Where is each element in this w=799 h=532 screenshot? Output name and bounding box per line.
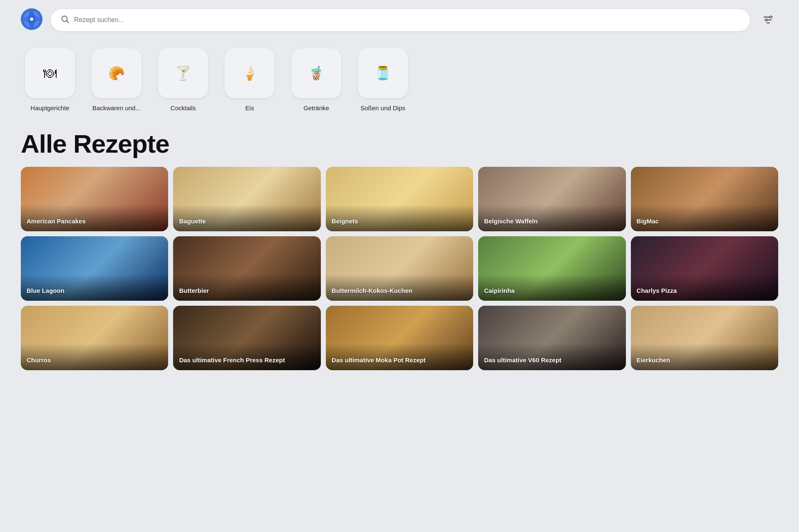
category-item-backwaren[interactable]: 🥐 Backwaren und... [92,48,141,112]
recipe-card-belgische-waffeln[interactable]: Belgische Waffeln [478,167,625,231]
recipe-card-title-butterbier: Butterbier [179,287,315,295]
category-label-cocktails: Cocktails [171,104,196,112]
recipe-card-overlay: American Pancakes [21,205,168,231]
search-bar [51,9,750,31]
section-title: Alle Rezepte [0,116,799,167]
recipe-card-das-ultimative-v60-rezept[interactable]: Das ultimative V60 Rezept [478,306,625,370]
recipe-card-overlay: Churros [21,344,168,370]
recipe-card-buttermilch-kokos-kuchen[interactable]: Buttermilch-Kokos-Kuchen [326,236,473,301]
recipe-card-overlay: Belgische Waffeln [478,205,625,231]
category-label-sossen: Soßen und Dips [360,104,405,112]
recipe-card-das-ultimative-french-press-rezept[interactable]: Das ultimative French Press Rezept [173,306,320,370]
recipe-card-butterbier[interactable]: Butterbier [173,236,320,301]
svg-line-6 [67,21,69,23]
recipe-card-baguette[interactable]: Baguette [173,167,320,231]
categories-row: 🍽 Hauptgerichte 🥐 Backwaren und... 🍸 Coc… [0,40,799,116]
recipe-card-title-beignets: Beignets [332,217,467,225]
category-item-cocktails[interactable]: 🍸 Cocktails [158,48,208,112]
recipe-card-title-das-ultimative-french-press-rezept: Das ultimative French Press Rezept [179,356,315,364]
app-logo[interactable] [21,8,42,32]
header [0,0,799,40]
recipe-card-title-bigmac: BigMac [637,217,772,225]
category-icon-eis: 🍦 [225,48,275,98]
recipe-card-title-belgische-waffeln: Belgische Waffeln [484,217,620,225]
recipe-card-overlay: Das ultimative V60 Rezept [478,344,625,370]
recipe-card-title-das-ultimative-v60-rezept: Das ultimative V60 Rezept [484,356,620,364]
recipe-card-overlay: Caipirinha [478,274,625,301]
category-item-getraenke[interactable]: 🧋 Getränke [291,48,341,112]
category-label-hauptgerichte: Hauptgerichte [30,104,69,112]
search-icon [61,15,69,25]
category-label-eis: Eis [246,104,254,112]
recipe-card-title-caipirinha: Caipirinha [484,287,620,295]
category-icon-backwaren: 🥐 [92,48,141,98]
recipe-card-overlay: Beignets [326,205,473,231]
category-icon-sossen: 🫙 [358,48,408,98]
category-icon-cocktails: 🍸 [158,48,208,98]
category-item-sossen[interactable]: 🫙 Soßen und Dips [358,48,408,112]
recipe-card-churros[interactable]: Churros [21,306,168,370]
recipe-card-beignets[interactable]: Beignets [326,167,473,231]
recipe-card-overlay: Buttermilch-Kokos-Kuchen [326,274,473,301]
recipe-card-title-eierkuchen: Eierkuchen [637,356,772,364]
category-label-backwaren: Backwaren und... [92,104,141,112]
recipe-card-american-pancakes[interactable]: American Pancakes [21,167,168,231]
recipe-card-caipirinha[interactable]: Caipirinha [478,236,625,301]
category-icon-hauptgerichte: 🍽 [25,48,75,98]
category-label-getraenke: Getränke [303,104,329,112]
svg-point-4 [30,17,33,21]
recipe-card-das-ultimative-moka-pot-rezept[interactable]: Das ultimative Moka Pot Rezept [326,306,473,370]
recipe-grid: American Pancakes Baguette Beignets Belg… [0,167,799,391]
recipe-card-eierkuchen[interactable]: Eierkuchen [631,306,778,370]
recipe-card-charlys-pizza[interactable]: Charlys Pizza [631,236,778,301]
recipe-card-overlay: BigMac [631,205,778,231]
recipe-card-title-american-pancakes: American Pancakes [27,217,162,225]
recipe-card-overlay: Charlys Pizza [631,274,778,301]
category-item-hauptgerichte[interactable]: 🍽 Hauptgerichte [25,48,75,112]
recipe-card-overlay: Butterbier [173,274,320,301]
filter-button[interactable] [758,10,778,30]
recipe-card-title-baguette: Baguette [179,217,315,225]
recipe-card-bigmac[interactable]: BigMac [631,167,778,231]
recipe-card-title-churros: Churros [27,356,162,364]
recipe-card-overlay: Blue Lagoon [21,274,168,301]
svg-point-8 [765,19,767,21]
category-icon-getraenke: 🧋 [291,48,341,98]
recipe-card-overlay: Das ultimative Moka Pot Rezept [326,344,473,370]
recipe-card-overlay: Baguette [173,205,320,231]
recipe-card-title-charlys-pizza: Charlys Pizza [637,287,772,295]
svg-point-7 [770,16,772,18]
search-input[interactable] [74,16,740,24]
category-item-eis[interactable]: 🍦 Eis [225,48,275,112]
recipe-card-title-das-ultimative-moka-pot-rezept: Das ultimative Moka Pot Rezept [332,356,467,364]
recipe-card-title-buttermilch-kokos-kuchen: Buttermilch-Kokos-Kuchen [332,287,467,295]
recipe-card-overlay: Eierkuchen [631,344,778,370]
recipe-card-blue-lagoon[interactable]: Blue Lagoon [21,236,168,301]
recipe-card-title-blue-lagoon: Blue Lagoon [27,287,162,295]
recipe-card-overlay: Das ultimative French Press Rezept [173,344,320,370]
